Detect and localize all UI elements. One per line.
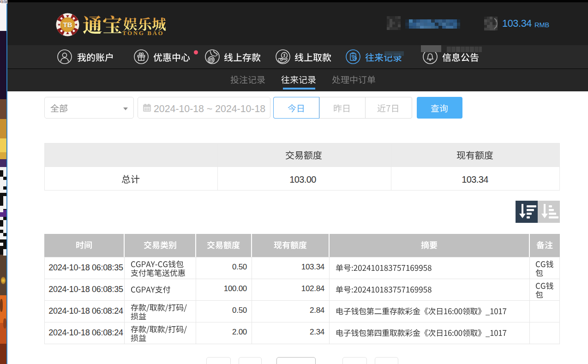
svg-text:TONG BAO: TONG BAO [122, 30, 164, 36]
svg-text:TB: TB [63, 21, 72, 29]
